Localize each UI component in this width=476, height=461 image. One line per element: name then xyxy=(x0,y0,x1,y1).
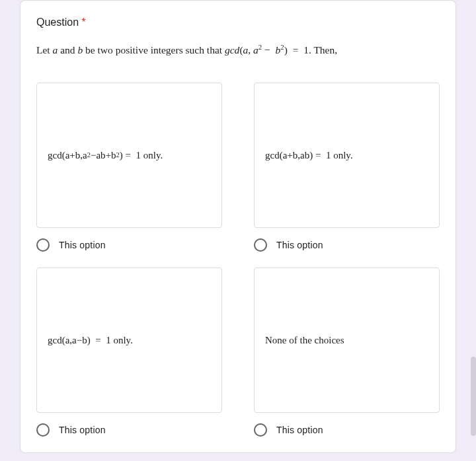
option-cell: gcd(a, a − b) = 1 only. This option xyxy=(36,267,222,437)
options-grid: gcd(a + b, a2 − ab + b2) = 1 only. This … xyxy=(36,67,440,437)
radio-icon xyxy=(254,238,267,252)
question-title: Question * xyxy=(36,17,440,28)
option-content: gcd(a + b, ab) = 1 only. xyxy=(254,83,440,228)
required-asterisk: * xyxy=(82,17,86,28)
radio-icon xyxy=(36,423,50,437)
option-cell: gcd(a + b, a2 − ab + b2) = 1 only. This … xyxy=(36,83,222,252)
option-cell: None of the choices This option xyxy=(254,267,440,437)
radio-option[interactable]: This option xyxy=(36,423,222,437)
option-label: This option xyxy=(59,425,106,435)
option-label: This option xyxy=(59,240,106,250)
radio-icon xyxy=(254,423,267,437)
radio-option[interactable]: This option xyxy=(254,238,440,252)
radio-option[interactable]: This option xyxy=(254,423,440,437)
option-cell: gcd(a + b, ab) = 1 only. This option xyxy=(254,83,440,252)
option-label: This option xyxy=(276,425,323,435)
radio-icon xyxy=(36,238,50,252)
radio-option[interactable]: This option xyxy=(36,238,222,252)
option-content: gcd(a + b, a2 − ab + b2) = 1 only. xyxy=(36,83,222,228)
option-content: None of the choices xyxy=(254,267,440,413)
scrollbar[interactable] xyxy=(471,357,476,436)
question-card: Question * Let a and b be two positive i… xyxy=(20,0,456,453)
question-title-text: Question xyxy=(36,17,79,28)
option-content: gcd(a, a − b) = 1 only. xyxy=(36,267,222,413)
question-prompt: Let a and b be two positive integers suc… xyxy=(36,44,440,56)
option-label: This option xyxy=(276,240,323,250)
